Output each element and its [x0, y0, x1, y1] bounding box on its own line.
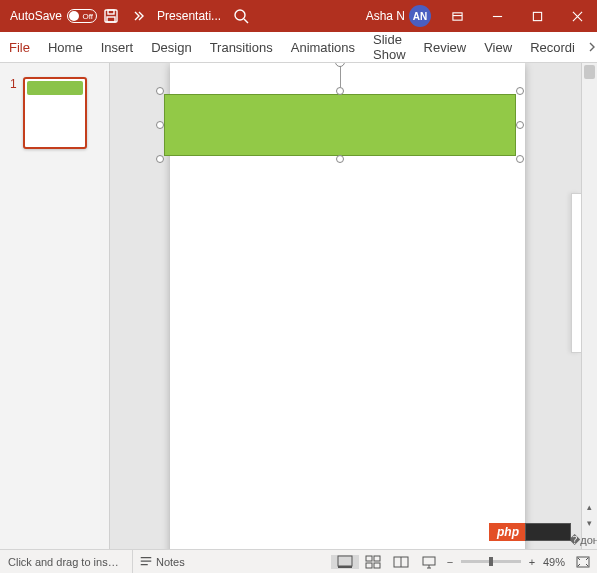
fit-button[interactable]: �донат	[582, 531, 597, 549]
slideshow-icon	[421, 555, 437, 569]
svg-rect-2	[107, 17, 115, 22]
chevron-right-icon	[588, 42, 596, 52]
tab-insert[interactable]: Insert	[92, 32, 143, 62]
resize-handle-s[interactable]	[336, 155, 344, 163]
collapsed-side-panel[interactable]	[571, 193, 581, 353]
autosave-toggle[interactable]: Off	[67, 9, 97, 23]
svg-rect-11	[374, 563, 380, 568]
watermark-box	[525, 523, 571, 541]
autosave-state: Off	[83, 12, 94, 21]
next-slide-button[interactable]: ▾	[582, 515, 597, 531]
user-name: Asha N	[366, 9, 405, 23]
save-button[interactable]	[97, 0, 125, 32]
svg-rect-4	[452, 12, 461, 19]
account-button[interactable]: Asha N AN	[366, 5, 431, 27]
resize-handle-w[interactable]	[156, 121, 164, 129]
qat-overflow-button[interactable]	[125, 0, 153, 32]
tab-file[interactable]: File	[0, 32, 39, 62]
slide-thumbnail-pane[interactable]: 1	[0, 63, 110, 549]
resize-handle-sw[interactable]	[156, 155, 164, 163]
resize-handle-e[interactable]	[516, 121, 524, 129]
minimize-button[interactable]	[477, 0, 517, 32]
zoom-in-button[interactable]: +	[525, 556, 539, 568]
search-button[interactable]	[227, 0, 255, 32]
maximize-icon	[532, 11, 543, 22]
resize-handle-se[interactable]	[516, 155, 524, 163]
svg-rect-5	[533, 12, 541, 20]
tab-home[interactable]: Home	[39, 32, 92, 62]
svg-rect-10	[366, 563, 372, 568]
slide-sorter-view-button[interactable]	[359, 555, 387, 569]
ribbon-tabs: File Home Insert Design Transitions Anim…	[0, 32, 597, 63]
reading-view-button[interactable]	[387, 555, 415, 569]
status-bar: Click and drag to insert... Notes − + 49…	[0, 549, 597, 573]
ribbon-display-options-button[interactable]	[437, 0, 477, 32]
slideshow-view-button[interactable]	[415, 555, 443, 569]
zoom-slider-thumb[interactable]	[489, 557, 493, 566]
slide[interactable]	[170, 63, 525, 549]
tab-view[interactable]: View	[475, 32, 521, 62]
thumbnail-shape-preview	[27, 81, 83, 95]
ribbon-options-icon	[452, 11, 463, 22]
document-title: Presentati...	[157, 9, 221, 23]
maximize-button[interactable]	[517, 0, 557, 32]
tab-animations[interactable]: Animations	[282, 32, 364, 62]
scrollbar-thumb[interactable]	[584, 65, 595, 79]
svg-rect-6	[338, 556, 352, 566]
autosave-label: AutoSave	[10, 9, 62, 23]
title-bar: AutoSave Off Presentati... Asha N AN	[0, 0, 597, 32]
normal-view-button[interactable]	[331, 555, 359, 569]
selected-shape[interactable]	[160, 91, 520, 159]
search-icon	[233, 8, 249, 24]
rotation-stem	[340, 65, 341, 87]
zoom-slider[interactable]	[461, 560, 521, 563]
chevron-right-double-icon	[131, 8, 147, 24]
resize-handle-nw[interactable]	[156, 87, 164, 95]
resize-handle-n[interactable]	[336, 87, 344, 95]
vertical-scrollbar[interactable]: ▴ ▾ �донат	[581, 63, 597, 549]
watermark-text: php	[489, 523, 525, 541]
shape-rectangle[interactable]	[164, 94, 516, 156]
fit-to-window-button[interactable]	[569, 555, 597, 569]
normal-view-icon	[337, 555, 353, 569]
tab-review[interactable]: Review	[415, 32, 476, 62]
resize-handle-ne[interactable]	[516, 87, 524, 95]
minimize-icon	[492, 11, 503, 22]
slide-thumbnail-1[interactable]	[23, 77, 87, 149]
fit-window-icon	[575, 555, 591, 569]
notes-icon	[139, 555, 153, 569]
ribbon-overflow-button[interactable]	[584, 32, 597, 62]
svg-rect-1	[108, 10, 114, 14]
slide-number: 1	[10, 77, 17, 91]
slide-sorter-icon	[365, 555, 381, 569]
autosave-group: AutoSave Off	[0, 9, 97, 23]
slide-canvas[interactable]: ▴ ▾ �донат php	[110, 63, 597, 549]
rotation-handle[interactable]	[335, 63, 345, 67]
tab-slideshow[interactable]: Slide Show	[364, 32, 415, 62]
tab-recording[interactable]: Recordi	[521, 32, 584, 62]
svg-rect-7	[338, 566, 352, 568]
status-message: Click and drag to insert...	[0, 556, 132, 568]
zoom-out-button[interactable]: −	[443, 556, 457, 568]
notes-button[interactable]: Notes	[132, 550, 191, 574]
close-button[interactable]	[557, 0, 597, 32]
zoom-percent[interactable]: 49%	[539, 556, 569, 568]
work-area: 1 ▴ ▾	[0, 63, 597, 549]
save-icon	[103, 8, 119, 24]
svg-point-3	[235, 10, 245, 20]
reading-view-icon	[393, 555, 409, 569]
tab-transitions[interactable]: Transitions	[201, 32, 282, 62]
tab-design[interactable]: Design	[142, 32, 200, 62]
prev-slide-button[interactable]: ▴	[582, 499, 597, 515]
svg-rect-13	[423, 557, 435, 565]
watermark: php	[489, 523, 571, 541]
avatar: AN	[409, 5, 431, 27]
svg-rect-9	[374, 556, 380, 561]
svg-rect-8	[366, 556, 372, 561]
thumbnail-row: 1	[0, 77, 109, 149]
close-icon	[572, 11, 583, 22]
notes-label: Notes	[156, 556, 185, 568]
